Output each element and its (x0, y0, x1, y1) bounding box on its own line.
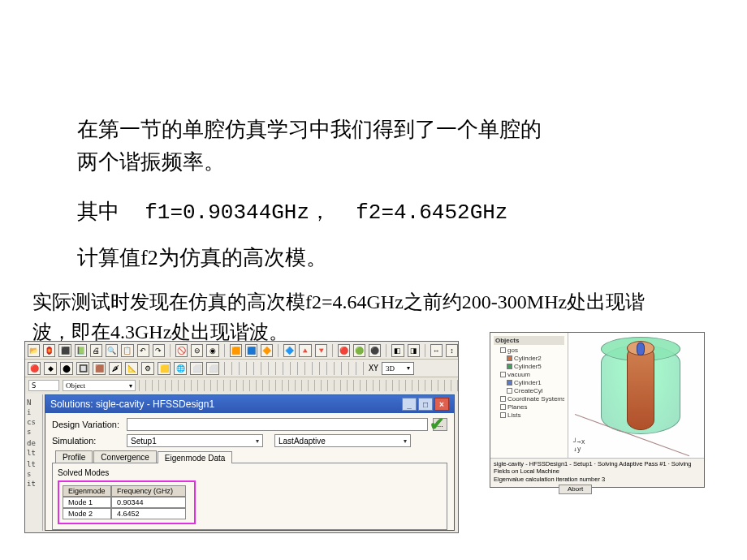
view-3d-dropdown[interactable]: 3D▾ (382, 362, 414, 375)
eigenmode-tab-panel: Solved Modes Eigenmode Frequency (GHz) M… (52, 463, 447, 530)
toolbar-button[interactable]: 🚫 (175, 344, 188, 357)
toolbar-button[interactable]: 🔴 (28, 362, 41, 375)
toolbar-row-1: 📂🏮⬛📗🖨🔍📋↶↷🚫⊖◉🟧🟦🔶🔷🔺🔻🔴🟢⚫◧◨↔↕ (25, 342, 458, 360)
tree-node-label: Cylinder5 (514, 363, 542, 370)
table-row[interactable]: Mode 1 0.90344 (63, 497, 191, 508)
toolbar-button[interactable]: ⬤ (60, 362, 73, 375)
tree-node[interactable]: Cylinder2 (494, 355, 564, 363)
tree-node[interactable]: Cylinder1 (494, 379, 564, 387)
toolbar-button[interactable]: ◨ (408, 344, 420, 357)
tab-eigenmode-data[interactable]: Eigenmode Data (158, 451, 233, 463)
toolbar-button[interactable]: 🟫 (93, 362, 106, 375)
setup-dropdown-value: Setup1 (131, 437, 157, 446)
toolbar-button[interactable]: ⚫ (369, 344, 381, 357)
adaptive-dropdown[interactable]: LastAdaptive ▾ (274, 434, 411, 447)
tab-convergence[interactable]: Convergence (93, 450, 156, 463)
toolbar-separator (224, 344, 225, 357)
abort-button[interactable]: Abort (559, 485, 592, 494)
toolbar-button[interactable]: 📐 (125, 362, 138, 375)
tree-node-color-swatch (507, 355, 512, 361)
toolbar-button[interactable]: 🟦 (245, 344, 257, 357)
toolbar-separator (348, 362, 349, 375)
chevron-down-icon: ▾ (407, 364, 410, 372)
toolbar-button[interactable]: ⬜ (190, 362, 203, 375)
toolbar-button[interactable]: 🔺 (299, 344, 311, 357)
ruler-s-slot[interactable]: S (28, 380, 59, 391)
toolbar-button[interactable]: 🌐 (174, 362, 187, 375)
table-row[interactable]: Mode 2 4.6452 (63, 508, 191, 519)
toolbar-button[interactable]: ⚙ (141, 362, 154, 375)
toolbar-button[interactable]: 🖨 (90, 344, 102, 357)
checkmark-icon[interactable]: ✔ (426, 416, 447, 433)
toolbar-button[interactable]: ↕ (446, 344, 458, 357)
paragraph-f2-note: 计算值f2为仿真的高次模。 (77, 242, 646, 274)
design-variation-field[interactable] (127, 418, 428, 431)
solutions-window: Solutions: sigle-cavity - HFSSDesign1 _ … (45, 394, 455, 531)
status-pane: sigle-cavity - HFSSDesign1 - Setup1 · So… (490, 458, 704, 487)
toolbar-button[interactable]: ⊖ (191, 344, 203, 357)
tree-node-color-swatch (500, 412, 506, 418)
ruler-ticks (139, 380, 458, 391)
tree-node-label: Cylinder1 (514, 379, 542, 386)
maximize-button[interactable]: □ (418, 398, 433, 411)
toolbar-button[interactable]: ◧ (391, 344, 404, 357)
toolbar-separator (326, 362, 327, 375)
left-letter-strip: Nicssdeltltsit (25, 394, 43, 531)
toolbar-separator (275, 362, 276, 375)
close-button[interactable]: × (434, 398, 449, 411)
toolbar-button[interactable]: 🔷 (283, 344, 296, 357)
toolbar-button[interactable]: 🟢 (353, 344, 365, 357)
tree-node-color-swatch (507, 380, 512, 386)
strip-cell: i (25, 407, 42, 417)
solutions-title-text: Solutions: sigle-cavity - HFSSDesign1 (50, 398, 214, 410)
toolbar-button[interactable]: ↷ (153, 344, 165, 357)
solutions-titlebar[interactable]: Solutions: sigle-cavity - HFSSDesign1 _ … (45, 395, 454, 413)
tree-node-label: Cylinder2 (514, 355, 542, 362)
tree-node[interactable]: Lists (494, 411, 564, 420)
tree-node-color-swatch (500, 404, 506, 410)
toolbar-button[interactable]: 🌶 (109, 362, 122, 375)
tab-profile[interactable]: Profile (55, 450, 93, 463)
toolbar-button[interactable]: 📂 (28, 344, 40, 357)
tree-node[interactable]: Planes (494, 403, 564, 411)
toolbar-button[interactable]: ⬛ (58, 344, 71, 357)
tree-node[interactable]: Cylinder5 (494, 363, 564, 371)
cell-mode: Mode 1 (63, 497, 111, 508)
object-dropdown[interactable]: Object ▾ (63, 380, 136, 391)
minimize-button[interactable]: _ (402, 398, 417, 411)
toolbar-button[interactable]: ◆ (44, 362, 57, 375)
object-dropdown-label: Object (66, 381, 85, 390)
solutions-tabs: Profile Convergence Eigenmode Data (55, 450, 447, 463)
hfss-main-panel: 📂🏮⬛📗🖨🔍📋↶↷🚫⊖◉🟧🟦🔶🔷🔺🔻🔴🟢⚫◧◨↔↕ 🔴◆⬤🔲🟫🌶📐⚙🟨🌐⬜⬜XY… (24, 341, 459, 533)
tree-node[interactable]: CreateCyl (494, 387, 564, 395)
toolbar-button[interactable]: ↶ (137, 344, 149, 357)
tree-node-label: Planes (507, 403, 527, 411)
chevron-down-icon: ▾ (256, 437, 259, 445)
tree-node[interactable]: Coordinate Systems (494, 395, 564, 403)
toolbar-button[interactable]: 🏮 (43, 344, 55, 357)
toolbar-button[interactable]: 📋 (121, 344, 133, 357)
toolbar-button[interactable]: 🔲 (76, 362, 89, 375)
tree-node[interactable]: vacuum (494, 371, 564, 379)
toolbar-button[interactable]: 🔴 (338, 344, 350, 357)
toolbar-button[interactable]: 📗 (75, 344, 87, 357)
tree-title: Objects (494, 336, 564, 345)
viewport-3d[interactable]: ┘→x↓y (568, 333, 704, 458)
toolbar-button[interactable]: 🟧 (230, 344, 242, 357)
cell-mode: Mode 2 (63, 508, 111, 519)
paragraph-frequencies: 其中 f1=0.90344GHz， f2=4.6452GHz (77, 196, 646, 229)
toolbar-separator (170, 344, 171, 357)
toolbar-button[interactable]: ⬜ (206, 362, 219, 375)
toolbar-button[interactable]: 🔻 (315, 344, 327, 357)
toolbar-button[interactable]: 🔶 (261, 344, 273, 357)
tree-node-label: Coordinate Systems (507, 395, 564, 403)
toolbar-button[interactable]: 🔍 (106, 344, 118, 357)
toolbar-button[interactable]: 🟨 (158, 362, 171, 375)
table-header-frequency: Frequency (GHz) (111, 485, 186, 497)
setup-dropdown[interactable]: Setup1 ▾ (127, 434, 263, 447)
toolbar-button[interactable]: ↔ (430, 344, 443, 357)
hfss-3d-panel: Objects gosCylinder2Cylinder5vacuumCylin… (490, 332, 705, 488)
tree-node[interactable]: gos (494, 347, 564, 355)
toolbar-button[interactable]: ◉ (206, 344, 218, 357)
model-tree-pane[interactable]: Objects gosCylinder2Cylinder5vacuumCylin… (490, 333, 568, 458)
